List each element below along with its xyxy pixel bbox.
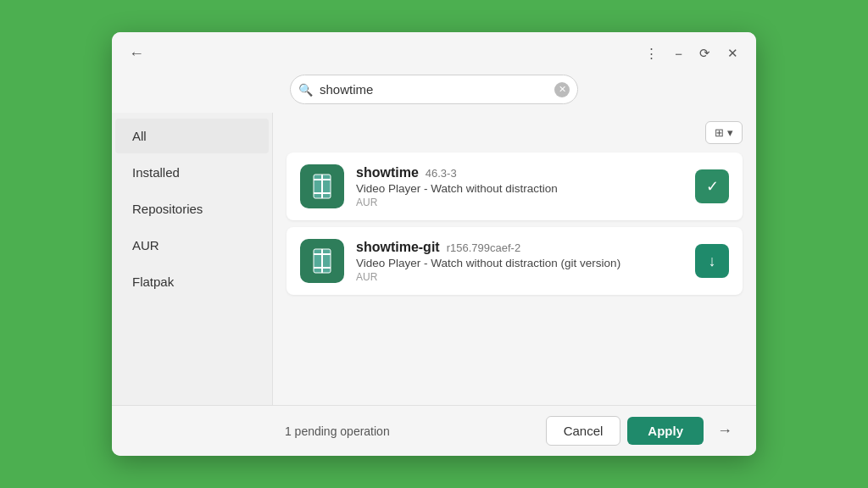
content-area: ⊞ ▾ showtime 46.3-3 [273,113,756,405]
search-input[interactable] [290,75,578,104]
package-version-showtime-git: r156.799caef-2 [447,241,520,254]
sidebar-item-all[interactable]: All [115,119,269,153]
package-source-showtime: AUR [356,197,683,208]
package-version-showtime: 46.3-3 [426,167,457,180]
package-info-showtime: showtime 46.3-3 Video Player - Watch wit… [356,165,683,208]
package-icon-showtime [300,164,344,208]
kebab-icon: ⋮ [645,46,658,60]
search-icon: 🔍 [298,83,313,97]
sidebar-item-repositories[interactable]: Repositories [115,191,269,226]
package-desc-showtime: Video Player - Watch without distraction [356,182,683,195]
cancel-button[interactable]: Cancel [546,416,621,446]
package-icon-showtime-git [300,239,344,283]
view-toggle-button[interactable]: ⊞ ▾ [705,121,743,144]
search-bar-row: 🔍 ✕ [112,69,756,113]
package-card-showtime-git: showtime-git r156.799caef-2 Video Player… [287,227,743,295]
pending-operations-text: 1 pending operation [129,424,546,438]
package-installed-button-showtime[interactable]: ✓ [695,169,729,203]
titlebar-left: ← [124,43,149,64]
kebab-menu-button[interactable]: ⋮ [639,43,664,64]
package-desc-showtime-git: Video Player - Watch without distraction… [356,257,683,269]
footer-actions: Cancel Apply → [546,416,739,446]
view-grid-icon: ⊞ [715,126,724,139]
package-name-showtime: showtime [356,165,419,180]
pkg-name-row-showtime-git: showtime-git r156.799caef-2 [356,240,683,255]
minimize-button[interactable]: − [669,44,688,64]
next-button[interactable]: → [710,419,739,443]
apply-button[interactable]: Apply [627,417,704,445]
app-window: ← ⋮ − ⟳ ✕ 🔍 ✕ All Installed Repositories… [112,32,756,456]
titlebar: ← ⋮ − ⟳ ✕ [112,32,756,69]
package-card-showtime: showtime 46.3-3 Video Player - Watch wit… [287,152,743,220]
close-button[interactable]: ✕ [721,43,744,64]
footer: 1 pending operation Cancel Apply → [112,405,756,456]
chevron-down-icon: ▾ [727,126,733,139]
main-content: All Installed Repositories AUR Flatpak ⊞… [112,113,756,405]
back-button[interactable]: ← [124,43,149,64]
pkg-name-row-showtime: showtime 46.3-3 [356,165,683,180]
titlebar-right: ⋮ − ⟳ ✕ [639,43,744,64]
sidebar: All Installed Repositories AUR Flatpak [112,113,273,405]
package-info-showtime-git: showtime-git r156.799caef-2 Video Player… [356,240,683,283]
package-source-showtime-git: AUR [356,271,683,283]
view-toggle-row: ⊞ ▾ [287,121,743,144]
package-install-button-showtime-git[interactable]: ↓ [695,244,729,278]
search-container: 🔍 ✕ [290,75,578,104]
restore-button[interactable]: ⟳ [693,43,716,64]
sidebar-item-flatpak[interactable]: Flatpak [115,264,269,299]
search-clear-button[interactable]: ✕ [554,82,570,97]
package-name-showtime-git: showtime-git [356,240,440,255]
sidebar-item-aur[interactable]: AUR [115,228,269,263]
sidebar-item-installed[interactable]: Installed [115,155,269,190]
